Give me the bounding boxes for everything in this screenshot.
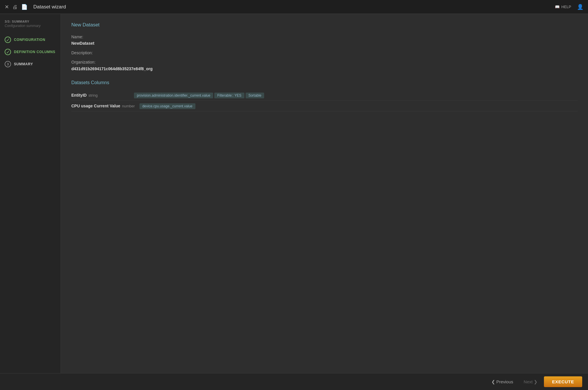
name-row: Name: NewDataset bbox=[71, 34, 578, 47]
description-row: Description: bbox=[71, 50, 578, 56]
columns-container: EntityIDstringprovision.administration.i… bbox=[71, 90, 578, 111]
next-button[interactable]: Next ❯ bbox=[520, 377, 542, 387]
previous-button[interactable]: ❮ Previous bbox=[487, 377, 517, 387]
column-tags: provision.administration.identifier._cur… bbox=[134, 93, 265, 98]
chevron-left-icon: ❮ bbox=[491, 379, 495, 384]
check-icon-configuration: ✓ bbox=[6, 37, 10, 43]
topbar-right: 📖 HELP 👤 bbox=[555, 4, 583, 10]
column-type: string bbox=[88, 93, 98, 98]
chevron-right-icon: ❯ bbox=[534, 379, 538, 384]
column-type: number bbox=[122, 104, 135, 108]
organization-label: Organization: bbox=[71, 60, 95, 64]
column-name: EntityIDstring bbox=[71, 93, 129, 98]
column-tag: Filterable:: YES bbox=[214, 93, 244, 98]
bottombar: ❮ Previous Next ❯ EXECUTE bbox=[0, 373, 588, 390]
user-icon[interactable]: 👤 bbox=[577, 4, 583, 10]
step-circle-summary: 3 bbox=[5, 61, 11, 67]
topbar-icons: ✕ 🖨 📄 bbox=[5, 4, 28, 10]
name-label: Name: bbox=[71, 35, 83, 39]
column-tag: provision.administration.identifier._cur… bbox=[134, 93, 213, 98]
check-icon-definition: ✓ bbox=[6, 49, 10, 55]
execute-button[interactable]: EXECUTE bbox=[544, 376, 582, 387]
close-icon[interactable]: ✕ bbox=[5, 4, 9, 10]
organization-row: Organization: d431d91b2694171c064d8b3523… bbox=[71, 59, 578, 72]
column-row: CPU usage Current Valuenumberdevice.cpu.… bbox=[71, 101, 578, 111]
column-tag: Sortable bbox=[246, 93, 264, 98]
file-icon[interactable]: 📄 bbox=[21, 4, 28, 10]
columns-title: Datasets Columns bbox=[71, 80, 578, 85]
topbar: ✕ 🖨 📄 Dataset wizard 📖 HELP 👤 bbox=[0, 0, 588, 14]
step-circle-configuration: ✓ bbox=[5, 37, 11, 43]
next-label: Next bbox=[524, 379, 533, 384]
help-link[interactable]: 📖 HELP bbox=[555, 5, 571, 9]
book-icon: 📖 bbox=[555, 5, 560, 9]
new-dataset-title: New Dataset bbox=[71, 22, 578, 28]
sidebar-label-configuration: CONFIGURATION bbox=[14, 38, 45, 42]
organization-value: d431d91b2694171c064d8b35237e84f8_org bbox=[71, 66, 153, 71]
wizard-title: Dataset wizard bbox=[33, 4, 66, 10]
main-layout: 3/3: SUMMARY Configuration summary ✓ CON… bbox=[0, 14, 588, 373]
name-value: NewDataset bbox=[71, 41, 94, 46]
sidebar-item-summary[interactable]: 3 SUMMARY bbox=[0, 58, 61, 70]
sidebar-label-definition: DEFINITION COLUMNS bbox=[14, 50, 55, 54]
previous-label: Previous bbox=[496, 379, 513, 384]
sidebar-label-summary: SUMMARY bbox=[14, 62, 33, 66]
column-row: EntityIDstringprovision.administration.i… bbox=[71, 90, 578, 101]
sidebar: 3/3: SUMMARY Configuration summary ✓ CON… bbox=[0, 14, 61, 373]
sidebar-item-definition-columns[interactable]: ✓ DEFINITION COLUMNS bbox=[0, 46, 61, 58]
step-label: 3/3: SUMMARY bbox=[0, 20, 61, 24]
column-tag: device.cpu.usage._current.value bbox=[139, 103, 195, 109]
sidebar-item-configuration[interactable]: ✓ CONFIGURATION bbox=[0, 34, 61, 46]
step-circle-definition: ✓ bbox=[5, 49, 11, 55]
step-sub: Configuration summary bbox=[0, 24, 61, 34]
content-area: New Dataset Name: NewDataset Description… bbox=[61, 14, 588, 373]
step-number-summary: 3 bbox=[7, 62, 9, 66]
column-tags: device.cpu.usage._current.value bbox=[139, 104, 197, 108]
column-name: CPU usage Current Valuenumber bbox=[71, 104, 135, 108]
print-icon[interactable]: 🖨 bbox=[12, 4, 18, 10]
help-label: HELP bbox=[561, 5, 571, 9]
description-label: Description: bbox=[71, 50, 93, 55]
